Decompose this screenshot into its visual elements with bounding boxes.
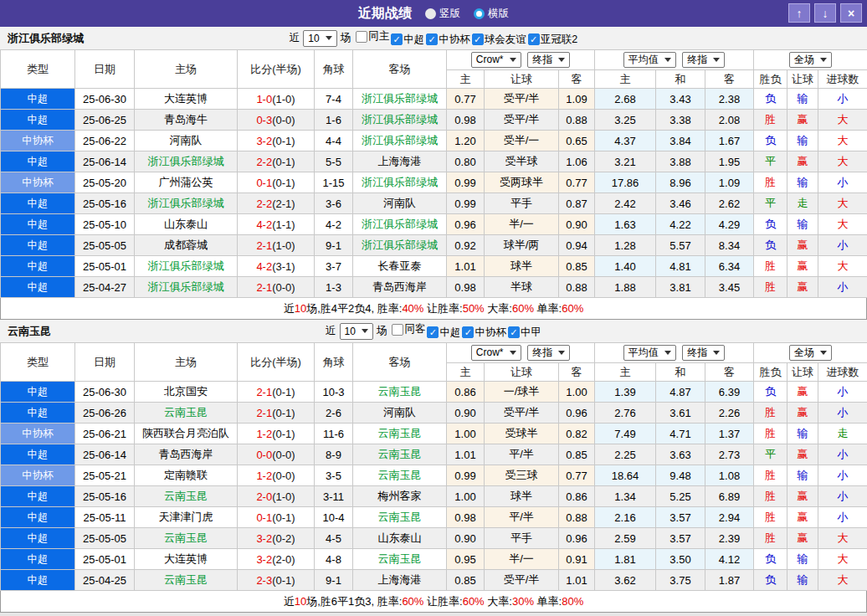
col-header-away: 客场 — [353, 343, 447, 382]
ah-handicap-line: 受球半 — [485, 424, 559, 444]
bookmaker-select[interactable]: Crow* — [471, 52, 521, 68]
checkbox-label: 亚冠联2 — [541, 33, 577, 47]
filter-checkbox-中甲[interactable]: ✓中甲 — [508, 326, 541, 340]
ah-home-odds: 1.01 — [447, 444, 485, 465]
filter-checkbox-亚冠联2[interactable]: ✓亚冠联2 — [528, 33, 577, 47]
ah-away-odds: 0.96 — [559, 528, 595, 549]
filter-checkbox-同主[interactable]: 同主 — [356, 29, 389, 44]
result-win-draw-loss: 胜 — [754, 256, 787, 277]
result-over-under: 大 — [818, 151, 867, 172]
subcol-ah-away: 客 — [559, 363, 595, 382]
down-arrow-icon: ↓ — [823, 7, 829, 20]
scope-select[interactable]: 全场 — [789, 345, 832, 361]
filter-bar: 云南玉昆 近 10 场 同客✓中超✓中协杯✓中甲 — [0, 320, 867, 342]
match-row: 中超25-04-27浙江俱乐部绿城2-1(0-0)1-3青岛西海岸0.98半球0… — [1, 277, 867, 298]
eu-away-odds: 6.39 — [705, 382, 754, 403]
close-button[interactable]: × — [840, 3, 862, 23]
eu-away-odds: 3.45 — [705, 277, 754, 298]
checkbox-checked-icon[interactable]: ✓ — [391, 33, 403, 45]
away-team: 云南玉昆 — [353, 424, 447, 444]
average-select[interactable]: 平均值 — [623, 345, 676, 361]
radio-vertical-layout[interactable]: 竖版 — [425, 7, 460, 21]
checkbox-checked-icon[interactable]: ✓ — [528, 33, 540, 45]
result-over-under: 小 — [818, 403, 867, 424]
checkbox-checked-icon[interactable]: ✓ — [472, 33, 484, 45]
result-over-under: 小 — [818, 235, 867, 256]
eu-away-odds: 1.95 — [705, 151, 754, 172]
home-team: 大连英博 — [135, 89, 238, 110]
match-date: 25-05-11 — [75, 507, 135, 528]
col-header-home: 主场 — [135, 343, 238, 382]
checkbox-checked-icon[interactable]: ✓ — [462, 326, 474, 338]
corner-count: 4-8 — [315, 549, 353, 570]
result-over-under: 小 — [818, 444, 867, 465]
radio-horizontal-layout[interactable]: 横版 — [474, 7, 509, 21]
checkbox-checked-icon[interactable]: ✓ — [508, 326, 520, 338]
radio-unselected-icon[interactable] — [425, 8, 436, 19]
chevron-down-icon — [558, 58, 565, 62]
bookmaker-select[interactable]: Crow* — [471, 345, 521, 361]
result-win-draw-loss: 平 — [754, 151, 787, 172]
home-team: 山东泰山 — [135, 214, 238, 235]
filter-checkbox-中协杯[interactable]: ✓中协杯 — [426, 33, 470, 47]
col-header-date: 日期 — [75, 343, 135, 382]
chevron-down-icon — [820, 351, 827, 355]
league-type-badge: 中超 — [1, 403, 75, 424]
filter-checkbox-球会友谊[interactable]: ✓球会友谊 — [472, 33, 526, 47]
europe-odds-group: 平均值 终指 — [595, 50, 754, 70]
checkbox-unchecked-icon[interactable] — [356, 31, 367, 43]
ah-home-odds: 0.98 — [447, 507, 485, 528]
match-count-select[interactable]: 10 — [303, 30, 336, 47]
checkbox-label: 同客 — [404, 322, 425, 336]
move-up-button[interactable]: ↑ — [788, 3, 810, 23]
league-type-badge: 中超 — [1, 110, 75, 131]
europe-stage-select[interactable]: 终指 — [682, 345, 725, 361]
chevron-down-icon — [510, 351, 516, 355]
home-team: 云南玉昆 — [135, 528, 238, 549]
handicap-stage-select[interactable]: 终指 — [527, 52, 570, 68]
scope-select[interactable]: 全场 — [789, 52, 832, 68]
result-handicap: 赢 — [787, 151, 818, 172]
home-team: 定南赣联 — [135, 465, 238, 486]
ah-home-odds: 1.01 — [447, 256, 485, 277]
filter-checkbox-中协杯[interactable]: ✓中协杯 — [462, 326, 506, 340]
average-select[interactable]: 平均值 — [623, 52, 676, 68]
match-count-select[interactable]: 10 — [340, 323, 373, 340]
result-over-under: 小 — [818, 465, 867, 486]
ah-handicap-line: 平手 — [485, 193, 559, 214]
move-down-button[interactable]: ↓ — [814, 3, 836, 23]
handicap-odds-group: Crow* 终指 — [447, 50, 595, 70]
eu-draw-odds: 3.43 — [656, 89, 705, 110]
summary-row: 近10场,胜6平1负3, 胜率:60% 让胜率:60% 大率:30% 单率:80… — [0, 591, 867, 613]
filter-checkbox-中超[interactable]: ✓中超 — [391, 33, 424, 47]
radio-selected-icon[interactable] — [474, 8, 485, 19]
eu-home-odds: 1.63 — [595, 214, 656, 235]
away-team: 云南玉昆 — [353, 444, 447, 465]
filter-checkbox-同客[interactable]: 同客 — [392, 322, 425, 336]
home-team: 云南玉昆 — [135, 403, 238, 424]
ah-away-odds: 0.90 — [559, 214, 595, 235]
match-row: 中超25-05-05云南玉昆3-2(0-2)4-5山东泰山0.90平手0.962… — [1, 528, 867, 549]
page-title: 近期战绩 — [358, 5, 412, 23]
checkbox-checked-icon[interactable]: ✓ — [426, 33, 438, 45]
handicap-stage-select[interactable]: 终指 — [527, 345, 570, 361]
europe-stage-select[interactable]: 终指 — [682, 52, 725, 68]
result-over-under: 小 — [818, 507, 867, 528]
home-team: 云南玉昆 — [135, 486, 238, 507]
score: 2-1(0-1) — [238, 382, 315, 403]
summary-text: 60% — [562, 302, 583, 315]
match-date: 25-06-21 — [75, 424, 135, 444]
filter-checkbox-中超[interactable]: ✓中超 — [427, 326, 460, 340]
ah-away-odds: 0.88 — [559, 110, 595, 131]
match-date: 25-05-16 — [75, 486, 135, 507]
match-row: 中超25-06-30北京国安2-1(0-1)10-3云南玉昆0.86一/球半1.… — [1, 382, 867, 403]
league-type-badge: 中协杯 — [1, 424, 75, 444]
result-win-draw-loss: 胜 — [754, 507, 787, 528]
ah-away-odds: 1.01 — [559, 570, 595, 591]
summary-text: 让胜率: — [423, 302, 462, 315]
checkbox-checked-icon[interactable]: ✓ — [427, 326, 439, 338]
eu-home-odds: 1.88 — [595, 277, 656, 298]
ah-away-odds: 0.88 — [559, 277, 595, 298]
checkbox-unchecked-icon[interactable] — [392, 324, 403, 336]
corner-count: 1-3 — [315, 277, 353, 298]
